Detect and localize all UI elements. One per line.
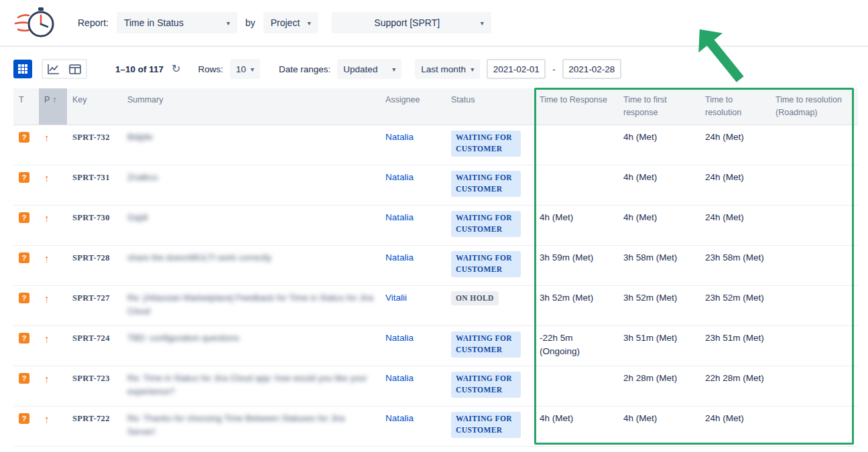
summary-text-redacted: Re: [Atlassian Marketplace] Feedback for…	[127, 293, 373, 316]
scope-select[interactable]: Project ▾	[263, 12, 318, 33]
issue-type-question-icon: ?	[19, 413, 29, 424]
chevron-down-icon: ▾	[308, 19, 311, 27]
table-header-row: T P↑ Key Summary Assignee Status Time to…	[13, 88, 858, 125]
sort-ascending-icon: ↑	[52, 95, 56, 104]
time-to-first-response-cell: 4h (Met)	[618, 125, 700, 165]
priority-up-icon: ↑	[44, 172, 50, 183]
table-row: ? ↑ SPRT-731 Znalkcu Natalia WAITING FOR…	[13, 165, 858, 205]
time-to-resolution-roadmap-cell	[770, 205, 858, 245]
status-badge: WAITING FOR CUSTOMER	[451, 372, 521, 398]
board-view-button[interactable]	[64, 60, 86, 78]
time-to-first-response-cell: 4h (Met)	[618, 406, 700, 446]
time-to-resolution-cell: 24h (Met)	[700, 125, 770, 165]
table-row: ? ↑ SPRT-728 share the doesnMULTI work c…	[13, 245, 858, 285]
rows-per-page-select[interactable]: 10 ▾	[230, 59, 260, 79]
assignee-link[interactable]: Natalia	[385, 172, 414, 182]
priority-up-icon: ↑	[44, 333, 50, 344]
status-badge: WAITING FOR CUSTOMER	[451, 131, 521, 157]
summary-text-redacted: TBD: configuration questions	[127, 333, 239, 343]
col-header-key[interactable]: Key	[67, 88, 122, 125]
col-header-type[interactable]: T	[13, 88, 39, 125]
col-header-time-to-response[interactable]: Time to Response	[534, 88, 618, 125]
time-to-resolution-cell: 24h (Met)	[700, 165, 770, 205]
assignee-link[interactable]: Natalia	[385, 252, 414, 262]
issue-type-question-icon: ?	[19, 212, 29, 223]
issue-type-question-icon: ?	[19, 172, 29, 183]
summary-text-redacted: Znalkcu	[127, 172, 158, 182]
priority-up-icon: ↑	[44, 252, 50, 264]
chevron-down-icon: ▾	[251, 66, 254, 73]
date-separator: -	[552, 64, 556, 74]
col-header-time-to-first-response[interactable]: Time to first response	[618, 88, 700, 125]
assignee-link[interactable]: Vitalii	[385, 293, 407, 303]
priority-header-label: P	[44, 95, 50, 104]
assignee-link[interactable]: Natalia	[385, 413, 414, 423]
time-to-resolution-cell: 23h 58m (Met)	[700, 245, 770, 285]
assignee-link[interactable]: Natalia	[385, 333, 414, 343]
by-label: by	[245, 17, 255, 28]
issue-key: SPRT-730	[72, 213, 110, 222]
refresh-icon[interactable]: ↻	[172, 64, 180, 74]
time-to-response-cell: 4h (Met)	[534, 205, 618, 245]
issue-type-question-icon: ?	[19, 293, 29, 303]
col-header-summary[interactable]: Summary	[122, 88, 380, 125]
issue-key: SPRT-732	[72, 133, 110, 142]
status-badge: WAITING FOR CUSTOMER	[451, 211, 521, 238]
col-header-priority[interactable]: P↑	[39, 88, 67, 125]
time-to-resolution-roadmap-cell	[770, 406, 858, 446]
priority-up-icon: ↑	[44, 373, 50, 384]
chevron-down-icon: ▾	[481, 19, 484, 27]
time-to-response-cell: -22h 5m (Ongoing)	[534, 325, 618, 366]
time-to-first-response-cell: 3h 52m (Met)	[618, 285, 700, 325]
chart-view-button[interactable]	[43, 60, 64, 78]
date-field-select[interactable]: Updated ▾	[337, 59, 401, 79]
col-header-assignee[interactable]: Assignee	[380, 88, 446, 125]
project-select[interactable]: Support [SPRT] ▾	[332, 12, 491, 33]
time-to-first-response-cell: 4h (Met)	[618, 165, 700, 205]
issue-type-question-icon: ?	[19, 333, 29, 344]
time-to-resolution-roadmap-cell	[770, 165, 858, 205]
date-range-preset-value: Last month	[421, 64, 466, 74]
time-to-resolution-roadmap-cell	[770, 125, 858, 165]
col-header-time-to-resolution-roadmap[interactable]: Time to resolution (Roadmap)	[770, 88, 858, 125]
time-to-first-response-cell: 4h (Met)	[618, 205, 700, 245]
time-to-resolution-roadmap-cell	[770, 325, 858, 366]
grid-view-button[interactable]	[13, 60, 32, 78]
issue-key: SPRT-724	[72, 333, 110, 343]
issues-table: T P↑ Key Summary Assignee Status Time to…	[13, 88, 858, 447]
summary-text-redacted: Re: Thanks for choosing Time Between Sta…	[127, 413, 345, 437]
report-type-select[interactable]: Time in Status ▾	[117, 12, 237, 33]
project-value: Support [SPRT]	[339, 17, 475, 28]
time-to-response-cell	[534, 125, 618, 165]
assignee-link[interactable]: Natalia	[385, 373, 414, 383]
time-to-resolution-cell: 23h 51m (Met)	[700, 325, 770, 366]
report-type-value: Time in Status	[124, 17, 184, 28]
table-row: ? ↑ SPRT-727 Re: [Atlassian Marketplace]…	[13, 285, 858, 325]
issue-key: SPRT-727	[72, 293, 110, 303]
table-row: ? ↑ SPRT-722 Re: Thanks for choosing Tim…	[13, 406, 858, 446]
date-to-input[interactable]	[562, 59, 621, 79]
chevron-down-icon: ▾	[227, 19, 230, 27]
summary-text-redacted: Re: Time in Status for Jira Cloud app: h…	[127, 373, 367, 396]
priority-up-icon: ↑	[44, 132, 50, 143]
rows-label: Rows:	[198, 64, 223, 74]
chevron-down-icon: ▾	[392, 66, 395, 73]
time-to-first-response-cell: 2h 28m (Met)	[618, 366, 700, 406]
time-to-first-response-cell: 3h 58m (Met)	[618, 245, 700, 285]
time-to-first-response-cell: 3h 51m (Met)	[618, 325, 700, 366]
time-to-resolution-cell: 23h 52m (Met)	[700, 285, 770, 325]
assignee-link[interactable]: Natalia	[385, 212, 414, 222]
view-switcher-group	[42, 59, 87, 79]
time-in-status-report-page: Report: Time in Status ▾ by Project ▾ Su…	[0, 0, 868, 452]
issue-type-question-icon: ?	[19, 132, 29, 143]
issue-key: SPRT-731	[72, 173, 110, 182]
time-to-response-cell: 4h (Met)	[534, 406, 618, 446]
date-range-preset-select[interactable]: Last month ▾	[415, 59, 480, 79]
date-from-input[interactable]	[487, 59, 546, 79]
col-header-status[interactable]: Status	[446, 88, 534, 125]
col-header-time-to-resolution[interactable]: Time to resolution	[700, 88, 770, 125]
table-row: ? ↑ SPRT-730 Gajdl Natalia WAITING FOR C…	[13, 205, 858, 245]
issue-type-question-icon: ?	[19, 252, 29, 263]
assignee-link[interactable]: Natalia	[385, 132, 414, 142]
summary-text-redacted: Gajdl	[127, 212, 147, 222]
